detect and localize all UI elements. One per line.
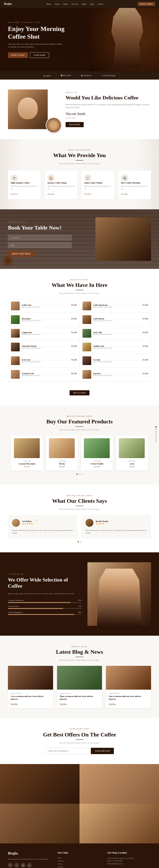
scroll-dot-7[interactable] <box>155 440 157 442</box>
hero-tag: WELCOME TO BRUJIN CAFE <box>8 22 78 23</box>
menu-item-espresso-name-row: Espresso $13.00 <box>93 372 148 375</box>
blog-link-2[interactable]: Read More <box>60 703 67 705</box>
about-name: Vincent Smith <box>65 117 151 119</box>
nav-link-services[interactable]: Services <box>71 3 78 5</box>
menu-item-iced-latte: Iced Latte $13.00 Maecenas diam dolor fa… <box>8 354 80 368</box>
newsletter-subscribe-button[interactable]: SUBSCRIBE NOW <box>91 748 114 754</box>
testimonials-title: What Our Clients Says <box>8 498 151 504</box>
why-us-tag: # CHOOSE ME <box>8 573 81 575</box>
why-bar-label-2: Coffee Services 75% <box>8 605 81 607</box>
testimonials-subtitle: Maecenas diam dolor facilisis lobortis v… <box>8 508 151 510</box>
testimonial-text-2: Maecenas diam dolor, facilisis lobortis … <box>85 529 147 534</box>
stars-1: ★★★★★ <box>22 522 33 525</box>
blog-img-2 <box>57 666 102 690</box>
footer-link-portfolio[interactable]: Portfolio <box>58 866 101 868</box>
hero-learn-button[interactable]: LEARN MORE <box>30 52 49 58</box>
testimonial-header-2: Rosally Drums ★★★★☆ " <box>85 519 147 527</box>
hero-content: WELCOME TO BRUJIN CAFE Enjoy Your Mornin… <box>8 22 78 58</box>
nav-link-contact[interactable]: Contact <box>97 3 104 5</box>
instagram-icon[interactable]: in <box>21 863 25 868</box>
gallery-item-2 <box>80 764 159 804</box>
menu-see-all-button[interactable]: SEE ALL MENU <box>70 390 90 395</box>
gallery-item-3 <box>0 804 80 843</box>
product-card-3: Coffee Bag French Vanilla $18 $20 <box>81 435 113 470</box>
menu-item-iced-latte-dots <box>31 360 71 361</box>
nav-link-blog[interactable]: Blog <box>90 3 94 5</box>
testimonials-dots <box>8 541 151 542</box>
scroll-dot-2[interactable] <box>155 429 157 430</box>
reviewer-name-1: Joel Nilson <box>22 520 33 522</box>
footer-link-home[interactable]: Home <box>58 857 101 859</box>
nav-link-home[interactable]: Home <box>46 3 51 5</box>
hero-book-button[interactable]: BOOK A TABLE <box>8 52 28 58</box>
carousel-dot-1[interactable] <box>77 473 78 475</box>
why-bar-fill-1 <box>8 602 71 603</box>
service-link-1[interactable]: Read More <box>11 193 18 195</box>
blog-grid: August 10, 2023 Cras accumsan nulla nec … <box>8 666 151 708</box>
footer-link-services[interactable]: Services <box>58 863 101 865</box>
testimonial-reviewer-2: Rosally Drums ★★★★☆ <box>96 520 108 525</box>
blog-link-1[interactable]: Read More <box>11 703 18 705</box>
menu-item-cappuccino-info: Cappuccino $13.00 Maecenas diam dolor fa… <box>22 331 77 335</box>
service-desc-4: Maecenas diam dolor facilisis lobortis v… <box>121 185 148 190</box>
scroll-dot-1[interactable] <box>155 426 157 428</box>
menu-item-cortado-desc: Maecenas diam dolor facilisis <box>93 361 148 363</box>
youtube-icon[interactable]: y <box>27 863 32 868</box>
footer-link-about[interactable]: About Us <box>58 860 101 862</box>
about-content: ABOUT US Would You Like Delicious Coffee… <box>65 91 151 127</box>
twitter-icon[interactable]: t <box>14 863 19 868</box>
service-link-2[interactable]: Read More <box>48 193 55 195</box>
nav-link-menu[interactable]: Menu <box>63 3 68 5</box>
gallery-img-2 <box>80 764 159 804</box>
blog-link-3[interactable]: Read More <box>109 703 116 705</box>
nav-link-pages[interactable]: Pages <box>82 3 86 5</box>
newsletter-email-input[interactable] <box>45 748 89 754</box>
why-bar-track-3 <box>8 614 81 615</box>
blog-card-2: August 10, 2023 Diam accumsan nulla nec … <box>57 666 102 708</box>
menu-item-espresso-image <box>82 370 91 379</box>
nav-book-button[interactable]: BOOK A TABLE <box>137 2 155 6</box>
about-read-more-button[interactable]: READ MORE <box>65 122 84 127</box>
blog-tag: WHAT'S BLOG <box>8 646 151 648</box>
testimonial-dot-2[interactable] <box>80 541 81 542</box>
facebook-icon[interactable]: f <box>8 863 13 868</box>
menu-item-cappuccino-name-row: Cappuccino $13.00 <box>22 331 77 334</box>
newsletter-title: Get Best Offers On The Coffee <box>8 732 151 738</box>
menu-item-macchiato-name: Macchiato <box>22 318 31 320</box>
service-link-3[interactable]: Read More <box>84 193 91 195</box>
menu-item-choc-mocha-image <box>11 343 20 351</box>
blog-body-1: August 10, 2023 Cras accumsan nulla nec … <box>8 690 53 708</box>
booking-title: Book Your Table Now! <box>8 225 89 231</box>
menu-item-espresso-price: $13.00 <box>143 372 148 375</box>
why-bar-label-text-1: Customer Satisfaction <box>8 599 24 601</box>
menu-tag: WHAT WE HAVE <box>8 279 151 281</box>
testimonial-card-2: Rosally Drums ★★★★☆ " Maecenas diam dolo… <box>81 515 151 538</box>
scroll-dot-5[interactable] <box>155 436 157 437</box>
carousel-dot-2[interactable] <box>79 473 80 475</box>
service-title-4: Best Coffee Machine <box>121 182 148 184</box>
scroll-dot-4[interactable] <box>155 433 157 435</box>
menu-item-choc-mocha-name: Chocolate Mocha <box>22 345 36 347</box>
service-link-4[interactable]: Read More <box>121 193 128 195</box>
nav-link-about[interactable]: About <box>55 3 60 5</box>
products-tag: BRUJIN ONLINE SHOP <box>8 415 151 417</box>
scroll-dot-3[interactable] <box>155 431 157 432</box>
product-img-4 <box>119 438 145 458</box>
product-name-2: Mocha <box>49 463 75 465</box>
why-us-section: # CHOOSE ME We Offer Wide Selection of C… <box>0 552 159 636</box>
menu-item-choc-mocha-desc: Maecenas diam dolor facilisis <box>22 347 77 349</box>
blog-body-2: August 10, 2023 Diam accumsan nulla nec … <box>57 690 102 708</box>
products-grid: Coffee Bag Caramel Macchiato $22 $25 Cof… <box>8 435 151 470</box>
booking-date-input[interactable] <box>8 243 72 248</box>
footer-about-text: Maecenas diam dolor, facilisis lobortis … <box>8 858 52 861</box>
carousel-dot-3[interactable] <box>81 473 82 475</box>
reviewer-name-2: Rosally Drums <box>96 520 108 522</box>
why-bar-percent-2: 75% <box>78 605 82 607</box>
testimonial-dot-1[interactable] <box>78 541 79 542</box>
why-bar-label-1: Customer Satisfaction 85% <box>8 599 81 601</box>
booking-name-input[interactable] <box>8 235 72 241</box>
menu-item-caramel-latte-info: Caramel Latte $13.00 Maecenas diam dolor… <box>22 372 77 376</box>
why-bar-fill-3 <box>8 614 74 615</box>
booking-submit-button[interactable]: BOOK YOUR TABLE <box>8 251 34 257</box>
scroll-dot-6[interactable] <box>155 438 157 439</box>
